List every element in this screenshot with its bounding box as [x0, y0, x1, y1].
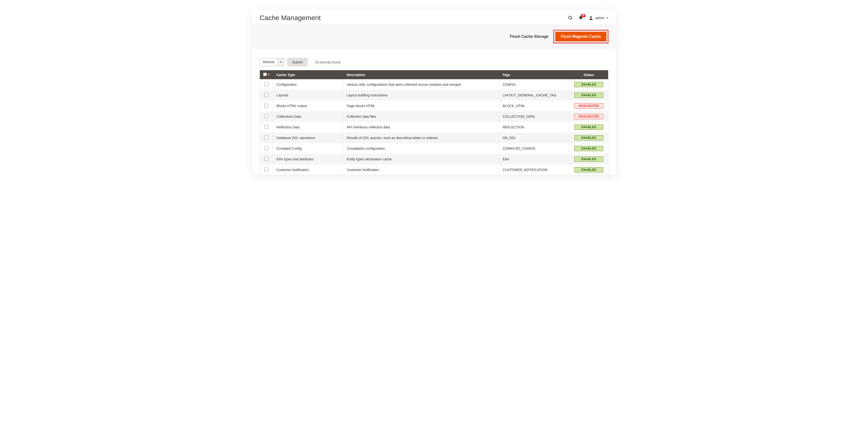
cell-tags: EAV	[499, 154, 569, 164]
cell-cache-type: Reflection Data	[273, 122, 343, 132]
row-checkbox-cell	[260, 164, 273, 174]
notifications-icon[interactable]: 39	[578, 16, 583, 20]
row-checkbox-cell	[260, 100, 273, 111]
table-row: LayoutsLayout building instructionsLAYOU…	[260, 90, 608, 100]
cache-grid: Cache Type Description Tags Status Confi…	[259, 70, 609, 174]
table-row: Database DDL operationsResults of DDL qu…	[260, 132, 608, 143]
cell-status: INVALIDATED	[569, 100, 608, 111]
cell-tags: DB_DDL	[499, 132, 569, 143]
header-cache-type[interactable]: Cache Type	[273, 70, 343, 79]
cell-status: INVALIDATED	[569, 111, 608, 122]
row-checkbox-cell	[260, 132, 273, 143]
status-badge: ENABLED	[574, 82, 603, 87]
table-row: Reflection DataAPI interfaces reflection…	[260, 122, 608, 132]
table-row: Customer NotificationCustomer Notificati…	[260, 164, 608, 174]
header-select-all[interactable]	[260, 70, 273, 79]
row-checkbox-cell	[260, 90, 273, 100]
table-row: ConfigurationVarious XML configurations …	[260, 79, 608, 90]
cell-description: Results of DDL queries, such as describi…	[343, 132, 499, 143]
header-tags[interactable]: Tags	[499, 70, 569, 79]
status-badge: ENABLED	[574, 146, 603, 151]
flush-magento-cache-highlight: Flush Magento Cache	[553, 30, 609, 43]
row-checkbox-cell	[260, 79, 273, 90]
page-header: Cache Management 39 adm	[252, 10, 616, 25]
status-badge: ENABLED	[574, 124, 603, 130]
row-checkbox[interactable]	[265, 82, 268, 86]
status-badge: INVALIDATED	[574, 103, 603, 109]
cell-tags: LAYOUT_GENERAL_CACHE_TAG	[499, 90, 569, 100]
table-row: Compiled ConfigCompilation configuration…	[260, 143, 608, 154]
notification-count-badge: 39	[581, 14, 586, 18]
cell-status: ENABLED	[569, 79, 608, 90]
cell-cache-type: Database DDL operations	[273, 132, 343, 143]
cell-status: ENABLED	[569, 154, 608, 164]
cell-status: ENABLED	[569, 122, 608, 132]
cell-tags: CUSTOMER_NOTIFICATION	[499, 164, 569, 174]
cell-cache-type: Collections Data	[273, 111, 343, 122]
row-checkbox[interactable]	[265, 136, 268, 140]
submit-button[interactable]: Submit	[287, 58, 307, 66]
cell-tags: COLLECTION_DATA	[499, 111, 569, 122]
cell-tags: BLOCK_HTML	[499, 100, 569, 111]
cell-description: Compilation configuration	[343, 143, 499, 154]
cell-cache-type: EAV types and attributes	[273, 154, 343, 164]
row-checkbox[interactable]	[265, 146, 268, 150]
cell-cache-type: Layouts	[273, 90, 343, 100]
svg-line-1	[571, 19, 572, 20]
row-checkbox-cell	[260, 143, 273, 154]
mass-action-selected-label: Refresh	[260, 58, 278, 66]
cell-description: Various XML configurations that were col…	[343, 79, 499, 90]
cell-description: Customer Notification	[343, 164, 499, 174]
cell-status: ENABLED	[569, 164, 608, 174]
row-checkbox[interactable]	[265, 168, 268, 172]
flush-cache-storage-button[interactable]: Flush Cache Storage	[510, 34, 548, 39]
status-badge: ENABLED	[574, 156, 603, 162]
status-badge: ENABLED	[574, 135, 603, 141]
flush-magento-cache-button[interactable]: Flush Magento Cache	[555, 32, 607, 41]
table-row: Blocks HTML outputPage blocks HTMLBLOCK_…	[260, 100, 608, 111]
cell-description: Collection data files	[343, 111, 499, 122]
row-checkbox[interactable]	[265, 125, 268, 129]
row-checkbox[interactable]	[265, 157, 268, 161]
cell-description: Entity types declaration cache	[343, 154, 499, 164]
cell-cache-type: Configuration	[273, 79, 343, 90]
row-checkbox-cell	[260, 122, 273, 132]
header-description[interactable]: Description	[343, 70, 499, 79]
table-row: Collections DataCollection data filesCOL…	[260, 111, 608, 122]
action-bar: Flush Cache Storage Flush Magento Cache	[252, 25, 616, 49]
cell-description: Page blocks HTML	[343, 100, 499, 111]
row-checkbox-cell	[260, 154, 273, 164]
table-header-row: Cache Type Description Tags Status	[260, 70, 608, 79]
cell-status: ENABLED	[569, 90, 608, 100]
mass-action-select[interactable]: Refresh	[259, 58, 284, 66]
cell-tags: CONFIG	[499, 79, 569, 90]
table-row: EAV types and attributesEntity types dec…	[260, 154, 608, 164]
cell-tags: COMPILED_CONFIG	[499, 143, 569, 154]
status-badge: ENABLED	[574, 167, 603, 173]
cell-cache-type: Compiled Config	[273, 143, 343, 154]
chevron-down-icon	[268, 74, 270, 75]
cell-description: API interfaces reflection data	[343, 122, 499, 132]
cell-status: ENABLED	[569, 143, 608, 154]
user-icon	[589, 16, 593, 20]
admin-account-menu[interactable]: admin	[589, 16, 609, 20]
cell-description: Layout building instructions	[343, 90, 499, 100]
grid-toolbar: Refresh Submit 16 records found	[252, 49, 616, 70]
svg-point-2	[590, 16, 592, 18]
status-badge: ENABLED	[574, 93, 603, 98]
row-checkbox[interactable]	[265, 93, 268, 97]
cell-cache-type: Customer Notification	[273, 164, 343, 174]
header-status[interactable]: Status	[569, 70, 608, 79]
cell-tags: REFLECTION	[499, 122, 569, 132]
row-checkbox-cell	[260, 111, 273, 122]
admin-username: admin	[595, 16, 604, 20]
cell-status: ENABLED	[569, 132, 608, 143]
records-found-label: 16 records found	[315, 60, 341, 64]
checkbox-icon	[263, 73, 267, 76]
row-checkbox[interactable]	[265, 104, 268, 108]
search-icon[interactable]	[568, 15, 573, 21]
row-checkbox[interactable]	[265, 114, 268, 118]
header-actions: 39 admin	[568, 15, 609, 21]
chevron-down-icon[interactable]	[278, 58, 284, 66]
page-title: Cache Management	[259, 14, 321, 22]
